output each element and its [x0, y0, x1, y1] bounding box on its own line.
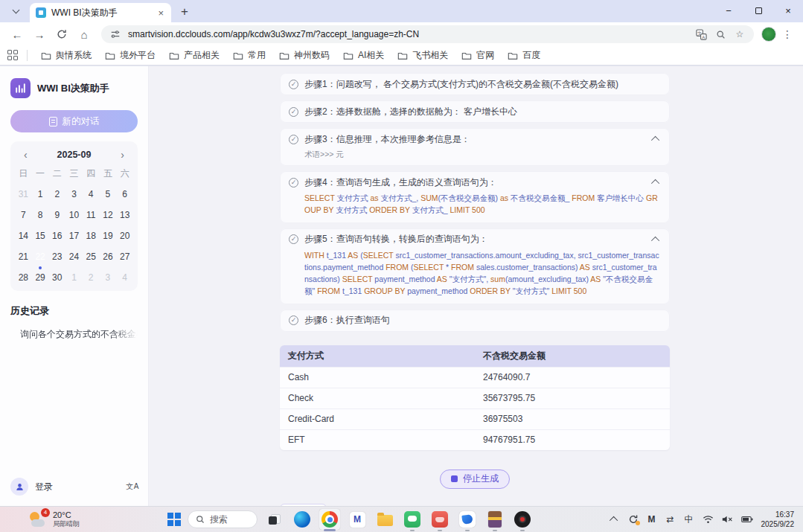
start-button[interactable]	[167, 513, 181, 526]
volume-muted-icon[interactable]	[722, 515, 733, 524]
calendar-day[interactable]: 26	[100, 248, 117, 266]
url-text[interactable]: smartvision.dcclouds.com/app/kcdw3u3wxz7…	[128, 29, 688, 39]
taskbar-app-record[interactable]	[512, 509, 533, 530]
calendar-day[interactable]: 9	[48, 206, 65, 224]
calendar-day[interactable]: 5	[100, 185, 117, 203]
taskbar-app-blue[interactable]	[457, 509, 478, 530]
tab-close-icon[interactable]: ×	[156, 7, 165, 19]
bookmark-folder[interactable]: 官网	[455, 47, 500, 64]
bookmark-folder[interactable]: 飞书相关	[391, 47, 454, 64]
battery-icon[interactable]	[741, 516, 753, 523]
ime-indicator[interactable]: 中	[684, 513, 694, 526]
bookmark-folder[interactable]: 常用	[227, 47, 272, 64]
calendar-day[interactable]: 4	[116, 269, 133, 286]
taskbar-app-green[interactable]	[402, 509, 423, 530]
home-icon[interactable]: ⌂	[74, 25, 94, 44]
site-settings-icon[interactable]	[109, 28, 122, 41]
calendar-day[interactable]: 30	[48, 269, 65, 286]
network-arrows-icon[interactable]: ⇄	[665, 514, 676, 525]
login-button[interactable]: 登录	[35, 481, 53, 493]
calendar-day-selected[interactable]: 22	[32, 248, 49, 266]
tray-expand-icon[interactable]	[610, 516, 620, 522]
collapse-chevron-icon[interactable]	[651, 136, 659, 144]
tab-search-button[interactable]	[6, 3, 25, 19]
calendar-day[interactable]: 7	[15, 206, 32, 224]
zoom-search-icon[interactable]	[714, 28, 727, 41]
taskbar-app-cat[interactable]	[429, 509, 450, 530]
calendar-day[interactable]: 1	[32, 185, 49, 203]
calendar-day[interactable]: 23	[48, 248, 65, 266]
tray-m-icon[interactable]: M	[647, 514, 657, 525]
taskbar-search[interactable]: 搜索	[188, 510, 257, 528]
calendar-day[interactable]: 4	[83, 185, 100, 203]
step-header[interactable]: ✓步骤4：查询语句生成，生成的语义查询语句为：	[289, 175, 661, 190]
bookmark-folder[interactable]: 境外平台	[99, 47, 161, 64]
calendar-day[interactable]: 25	[83, 248, 100, 266]
bookmark-folder[interactable]: 舆情系统	[35, 47, 97, 64]
calendar-day[interactable]: 17	[65, 227, 83, 245]
calendar-day[interactable]: 11	[83, 206, 100, 224]
wifi-icon[interactable]	[703, 515, 714, 524]
history-item[interactable]: 询问各个交易方式的不含税金额	[10, 328, 138, 341]
calendar-day[interactable]: 12	[100, 206, 117, 224]
stop-generating-button[interactable]: 停止生成	[440, 469, 510, 489]
bookmark-folder[interactable]: AI相关	[337, 47, 390, 64]
translate-icon[interactable]: 文A	[694, 28, 708, 41]
calendar-day[interactable]: 27	[116, 248, 133, 266]
new-tab-button[interactable]: +	[176, 3, 193, 21]
calendar-day[interactable]: 24	[65, 248, 83, 266]
taskbar-app-m[interactable]: M	[347, 509, 368, 530]
bookmark-folder[interactable]: 神州数码	[273, 47, 336, 64]
forward-icon[interactable]: →	[30, 25, 49, 44]
new-chat-button[interactable]: 新的对话	[10, 110, 138, 132]
calendar-day[interactable]: 20	[116, 227, 133, 245]
weather-widget[interactable]: 4 20°C 局部晴朗	[28, 510, 80, 528]
calendar-day[interactable]: 10	[65, 206, 83, 224]
step-header[interactable]: ✓步骤5：查询语句转换，转换后的查询语句为：	[289, 232, 661, 247]
step-header[interactable]: ✓步骤3：信息推理，本次推理参考信息是：	[289, 132, 661, 147]
calendar-day[interactable]: 19	[100, 227, 117, 245]
calendar-day[interactable]: 13	[116, 206, 133, 224]
calendar-day[interactable]: 15	[32, 227, 49, 245]
task-view-button[interactable]	[264, 509, 285, 530]
collapse-chevron-icon[interactable]	[651, 179, 659, 188]
taskbar-app-chrome[interactable]	[319, 509, 340, 530]
calendar-day[interactable]: 8	[32, 206, 49, 224]
taskbar-app-explorer[interactable]	[374, 509, 395, 530]
calendar-day[interactable]: 1	[65, 269, 83, 286]
calendar-day[interactable]: 28	[15, 269, 32, 286]
calendar-day[interactable]: 21	[15, 248, 32, 266]
clock[interactable]: 16:37 2025/9/22	[761, 510, 795, 530]
collapse-chevron-icon[interactable]	[651, 236, 659, 244]
calendar-day[interactable]: 31	[15, 185, 32, 203]
calendar-day[interactable]: 14	[15, 227, 32, 245]
calendar-day[interactable]: 2	[48, 185, 65, 203]
calendar-day[interactable]: 29	[32, 269, 49, 286]
browser-profile-avatar[interactable]	[761, 27, 776, 42]
bookmark-folder[interactable]: 产品相关	[163, 47, 225, 64]
calendar-day[interactable]: 2	[83, 269, 100, 286]
user-avatar[interactable]	[10, 478, 28, 496]
bookmark-folder[interactable]: 百度	[502, 47, 546, 64]
calendar-next-icon[interactable]: ›	[118, 149, 127, 161]
language-icon[interactable]: 文A	[126, 481, 139, 492]
calendar-day[interactable]: 6	[116, 185, 133, 203]
bookmark-star-icon[interactable]: ☆	[733, 28, 746, 41]
window-maximize-button[interactable]	[743, 0, 773, 21]
taskbar-app-winrar[interactable]	[484, 509, 505, 530]
reload-icon[interactable]	[52, 25, 71, 44]
sync-icon[interactable]	[628, 514, 639, 525]
calendar-day[interactable]: 3	[65, 185, 83, 203]
taskbar-app-edge[interactable]	[292, 509, 313, 530]
window-minimize-button[interactable]: −	[714, 0, 743, 21]
browser-tab-active[interactable]: WWI BI决策助手 ×	[30, 3, 171, 22]
apps-grid-icon[interactable]	[7, 50, 19, 62]
calendar-day[interactable]: 16	[48, 227, 65, 245]
calendar-day[interactable]: 3	[100, 269, 117, 286]
calendar-prev-icon[interactable]: ‹	[21, 149, 31, 161]
window-close-button[interactable]: ×	[773, 0, 803, 21]
browser-menu-icon[interactable]: ⋮	[779, 28, 796, 40]
calendar-day[interactable]: 18	[83, 227, 100, 245]
back-icon[interactable]: ←	[7, 25, 27, 44]
address-bar[interactable]: smartvision.dcclouds.com/app/kcdw3u3wxz7…	[101, 25, 754, 43]
